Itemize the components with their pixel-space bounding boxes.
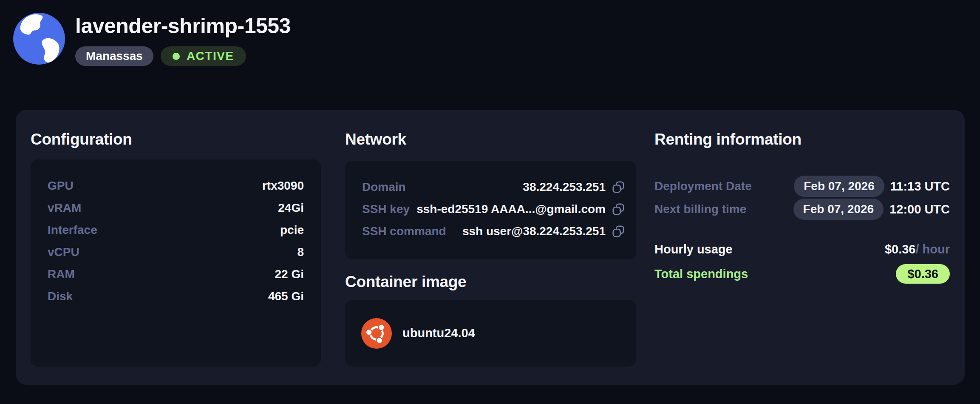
hourly-usage-label: Hourly usage bbox=[654, 242, 733, 256]
hourly-usage-suffix: / hour bbox=[915, 242, 950, 256]
page-title: lavender-shrimp-1553 bbox=[75, 14, 291, 37]
copy-ssh-command-button[interactable] bbox=[612, 225, 625, 238]
config-label: Interface bbox=[48, 223, 97, 237]
config-label: vRAM bbox=[48, 201, 81, 215]
next-billing-row: Next billing time Feb 07, 2026 12:00 UTC bbox=[654, 199, 950, 220]
config-value: 24Gi bbox=[278, 201, 304, 215]
badges-row: Manassas ACTIVE bbox=[75, 46, 291, 66]
renting-rows: Deployment Date Feb 07, 2026 11:13 UTC N… bbox=[654, 176, 950, 284]
config-label: vCPU bbox=[48, 245, 79, 259]
config-row-vcpu: vCPU 8 bbox=[48, 241, 304, 263]
config-value: 465 Gi bbox=[268, 290, 304, 303]
hourly-usage-amount: $0.36 bbox=[885, 242, 916, 256]
copy-icon bbox=[612, 225, 625, 238]
network-label: SSH command bbox=[362, 225, 446, 238]
configuration-heading: Configuration bbox=[31, 130, 321, 149]
configuration-panel: GPU rtx3090 vRAM 24Gi Interface pcie vCP… bbox=[31, 159, 321, 367]
container-image-panel: ubuntu24.04 bbox=[345, 300, 636, 367]
globe-icon bbox=[13, 9, 65, 66]
deployment-time: 11:13 UTC bbox=[890, 179, 950, 193]
next-billing-label: Next billing time bbox=[654, 202, 746, 216]
config-row-interface: Interface pcie bbox=[48, 219, 304, 241]
network-heading: Network bbox=[345, 130, 636, 149]
config-value: rtx3090 bbox=[262, 179, 304, 193]
deployment-date-label: Deployment Date bbox=[654, 179, 752, 193]
header-text: lavender-shrimp-1553 Manassas ACTIVE bbox=[75, 9, 291, 66]
configuration-section: Configuration GPU rtx3090 vRAM 24Gi Inte… bbox=[31, 130, 321, 385]
status-badge: ACTIVE bbox=[161, 46, 246, 66]
config-value: 22 Gi bbox=[275, 267, 304, 281]
config-label: GPU bbox=[48, 179, 74, 193]
config-row-gpu: GPU rtx3090 bbox=[48, 175, 304, 197]
copy-icon bbox=[612, 203, 625, 216]
config-row-disk: Disk 465 Gi bbox=[48, 285, 304, 307]
network-label: SSH key bbox=[362, 202, 410, 216]
config-value: 8 bbox=[297, 245, 304, 259]
deployment-date-pill: Feb 07, 2026 bbox=[794, 176, 884, 197]
container-image-name: ubuntu24.04 bbox=[402, 326, 475, 340]
container-image-heading: Container image bbox=[345, 272, 636, 291]
next-billing-date-pill: Feb 07, 2026 bbox=[793, 199, 884, 220]
hourly-usage-value: $0.36 / hour bbox=[885, 242, 950, 256]
status-dot-icon bbox=[173, 53, 180, 60]
network-value: ssh user@38.224.253.251 bbox=[462, 225, 606, 238]
config-row-ram: RAM 22 Gi bbox=[48, 263, 304, 285]
network-label: Domain bbox=[362, 180, 406, 194]
status-badge-label: ACTIVE bbox=[187, 49, 234, 63]
deployment-date-row: Deployment Date Feb 07, 2026 11:13 UTC bbox=[654, 176, 950, 197]
config-row-vram: vRAM 24Gi bbox=[48, 197, 304, 219]
hourly-usage-row: Hourly usage $0.36 / hour bbox=[654, 242, 950, 257]
copy-ssh-key-button[interactable] bbox=[612, 203, 625, 216]
total-spendings-label: Total spendings bbox=[654, 267, 748, 281]
network-value: ssh-ed25519 AAAA...@gmail.com bbox=[416, 202, 606, 216]
config-value: pcie bbox=[280, 223, 304, 237]
config-label: RAM bbox=[48, 267, 75, 281]
location-badge: Manassas bbox=[75, 46, 153, 66]
renting-section: Renting information Deployment Date Feb … bbox=[654, 130, 950, 385]
network-value: 38.224.253.251 bbox=[523, 180, 606, 194]
total-spendings-row: Total spendings $0.36 bbox=[654, 264, 950, 284]
config-label: Disk bbox=[48, 290, 73, 303]
renting-heading: Renting information bbox=[654, 130, 950, 149]
total-spendings-pill: $0.36 bbox=[896, 264, 950, 284]
next-billing-time: 12:00 UTC bbox=[889, 202, 950, 216]
ubuntu-logo-icon bbox=[361, 318, 392, 349]
copy-icon bbox=[612, 181, 625, 193]
network-row-domain: Domain 38.224.253.251 bbox=[362, 176, 625, 198]
network-panel: Domain 38.224.253.251 SSH key ssh-ed2551… bbox=[345, 161, 636, 259]
next-billing-value: Feb 07, 2026 12:00 UTC bbox=[793, 199, 950, 220]
deployment-date-value: Feb 07, 2026 11:13 UTC bbox=[794, 176, 950, 197]
copy-domain-button[interactable] bbox=[612, 181, 625, 193]
instance-detail-page: lavender-shrimp-1553 Manassas ACTIVE Con… bbox=[0, 0, 980, 404]
network-row-ssh-key: SSH key ssh-ed25519 AAAA...@gmail.com bbox=[362, 198, 625, 220]
network-row-ssh-command: SSH command ssh user@38.224.253.251 bbox=[362, 220, 625, 242]
instance-card: Configuration GPU rtx3090 vRAM 24Gi Inte… bbox=[16, 110, 965, 385]
network-section: Network Domain 38.224.253.251 SSH key ss… bbox=[345, 130, 636, 385]
page-header: lavender-shrimp-1553 Manassas ACTIVE bbox=[13, 9, 291, 66]
